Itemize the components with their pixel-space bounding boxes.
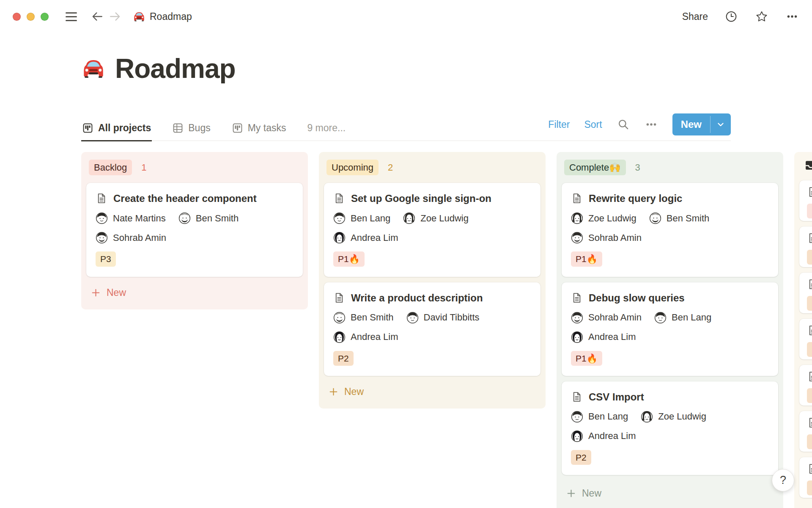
card-title: Create the header component bbox=[113, 192, 257, 205]
assignee: Sohrab Amin bbox=[571, 232, 642, 244]
priority-tag: P2 bbox=[571, 450, 591, 465]
board-view-icon bbox=[82, 122, 93, 134]
new-card-button[interactable] bbox=[800, 505, 812, 508]
card[interactable]: Create the header component Nate Martins… bbox=[86, 183, 303, 276]
page-icon bbox=[571, 391, 582, 403]
updates-clock-icon[interactable] bbox=[724, 9, 738, 24]
back-button[interactable] bbox=[91, 10, 104, 23]
assignee: Ben Lang bbox=[333, 212, 390, 224]
more-options-icon[interactable] bbox=[785, 9, 799, 24]
breadcrumb-title: Roadmap bbox=[150, 11, 192, 22]
assignee: Ben Lang bbox=[654, 312, 711, 324]
traffic-light-zoom[interactable] bbox=[41, 13, 49, 21]
filter-button[interactable]: Filter bbox=[548, 119, 570, 130]
card[interactable]: CSV Import Ben Lang Zoe Ludwig And bbox=[562, 381, 778, 475]
column-status-badge[interactable]: Complete🙌 bbox=[564, 160, 626, 176]
avatar bbox=[333, 212, 346, 224]
car-emoji-icon bbox=[133, 10, 145, 23]
page-icon bbox=[333, 292, 345, 304]
assignee: Nate Martins bbox=[96, 212, 166, 224]
ellipsis-icon[interactable] bbox=[645, 118, 658, 131]
plus-icon bbox=[566, 488, 576, 499]
board-view-icon bbox=[232, 122, 243, 134]
assignee: Andrea Lim bbox=[571, 331, 636, 343]
avatar bbox=[571, 232, 583, 244]
card[interactable]: P2 bbox=[799, 411, 812, 452]
assignee: Andrea Lim bbox=[333, 331, 398, 343]
window-titlebar: Roadmap Share bbox=[0, 0, 812, 33]
car-emoji-icon[interactable] bbox=[81, 56, 106, 81]
avatar bbox=[96, 232, 108, 244]
card[interactable]: P2 bbox=[799, 226, 812, 267]
arrow-right-icon bbox=[109, 10, 121, 23]
avatar bbox=[571, 331, 583, 343]
avatar bbox=[333, 312, 346, 324]
priority-tag: P1🔥 bbox=[571, 251, 602, 266]
column-status-badge[interactable]: Upcoming bbox=[326, 160, 379, 176]
assignee: Andrea Lim bbox=[333, 232, 398, 244]
page-icon bbox=[571, 193, 582, 204]
view-tabs-bar: All projects Bugs My tasks 9 more... Fil… bbox=[81, 113, 731, 141]
new-button[interactable]: New bbox=[672, 113, 731, 135]
chevron-down-icon[interactable] bbox=[710, 113, 731, 135]
page-icon bbox=[807, 279, 812, 290]
card-title: Rewrite query logic bbox=[589, 192, 682, 205]
priority-tag: P2 bbox=[807, 388, 812, 403]
view-controls: Filter Sort New bbox=[548, 113, 731, 141]
priority-tag: P2 bbox=[807, 250, 812, 265]
card-title: Write a product description bbox=[351, 292, 483, 304]
assignee: Andrea Lim bbox=[571, 430, 636, 442]
card[interactable]: Debug slow queries Sohrab Amin Ben Lang bbox=[562, 282, 778, 376]
forward-button[interactable] bbox=[108, 10, 122, 23]
avatar bbox=[571, 411, 583, 423]
new-card-button[interactable]: New bbox=[87, 284, 302, 302]
tab-bugs[interactable]: Bugs bbox=[171, 122, 211, 141]
assignee: David Tibbitts bbox=[406, 312, 480, 324]
breadcrumb[interactable]: Roadmap bbox=[133, 10, 192, 23]
priority-tag: P2 bbox=[807, 434, 812, 449]
new-card-button[interactable]: New bbox=[325, 383, 540, 401]
sidebar-menu-icon[interactable] bbox=[63, 10, 80, 24]
traffic-light-close[interactable] bbox=[13, 13, 21, 21]
avatar bbox=[571, 312, 583, 324]
priority-tag: P1🔥 bbox=[333, 251, 365, 266]
column-status-badge[interactable]: Backlog bbox=[89, 160, 132, 176]
tab-my-tasks[interactable]: My tasks bbox=[231, 122, 287, 141]
traffic-light-minimize[interactable] bbox=[27, 13, 35, 21]
card[interactable]: Set up Google single sign-on Ben Lang Zo… bbox=[324, 183, 540, 276]
column-upcoming: Upcoming 2 Set up Google single sign-on … bbox=[319, 152, 546, 409]
card[interactable]: Rewrite query logic Zoe Ludwig Ben Smith bbox=[562, 183, 778, 276]
card-title: CSV Import bbox=[589, 391, 644, 403]
card[interactable]: Write a product description Ben Smith Da… bbox=[324, 282, 540, 376]
avatar bbox=[571, 430, 583, 442]
card[interactable]: P2 bbox=[799, 273, 812, 313]
new-card-button[interactable]: New bbox=[562, 484, 777, 502]
page-icon bbox=[807, 232, 812, 244]
assignee: Ben Lang bbox=[571, 411, 628, 423]
column-backlog: Backlog 1 Create the header component Na… bbox=[81, 152, 308, 309]
avatar bbox=[654, 312, 667, 324]
favorite-star-icon[interactable] bbox=[754, 9, 769, 24]
card[interactable]: P2 bbox=[799, 319, 812, 359]
card[interactable]: P1 bbox=[799, 180, 812, 221]
search-icon[interactable] bbox=[617, 118, 630, 131]
plus-icon bbox=[328, 387, 339, 397]
help-button[interactable]: ? bbox=[772, 469, 794, 491]
card[interactable]: P2 bbox=[799, 457, 812, 498]
assignee: Sohrab Amin bbox=[96, 232, 166, 244]
sort-button[interactable]: Sort bbox=[584, 119, 602, 130]
share-button[interactable]: Share bbox=[682, 11, 708, 22]
assignee: Ben Smith bbox=[333, 312, 394, 324]
tabs-more-button[interactable]: 9 more... bbox=[306, 122, 346, 141]
priority-tag: P2 bbox=[807, 296, 812, 311]
page-title[interactable]: Roadmap bbox=[115, 52, 236, 85]
assignee: Zoe Ludwig bbox=[403, 212, 469, 224]
page-header: 🚗 Roadmap bbox=[81, 52, 812, 85]
arrow-left-icon bbox=[91, 10, 104, 23]
avatar bbox=[333, 331, 346, 343]
priority-tag: P2 bbox=[807, 480, 812, 495]
card[interactable]: P2 bbox=[799, 365, 812, 406]
card-title: Set up Google single sign-on bbox=[351, 192, 491, 205]
tab-all-projects[interactable]: All projects bbox=[81, 122, 152, 141]
priority-tag: P3 bbox=[96, 251, 116, 266]
